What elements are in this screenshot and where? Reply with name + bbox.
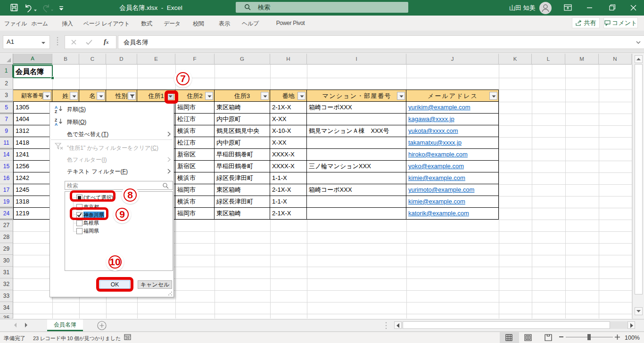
svg-text:Z: Z bbox=[55, 109, 57, 114]
svg-text:A: A bbox=[55, 122, 58, 126]
